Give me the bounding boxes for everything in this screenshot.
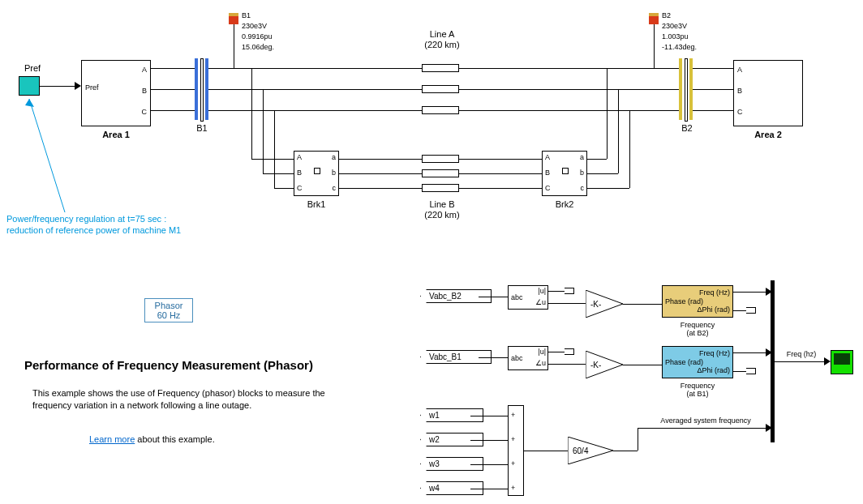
phasor-l1: Phasor: [145, 301, 192, 310]
bus-b2[interactable]: [679, 58, 682, 120]
wire: [587, 188, 629, 189]
wire: [234, 24, 234, 68]
wire: [459, 159, 542, 160]
svg-text:60/4: 60/4: [573, 446, 589, 455]
b1-scope-icon[interactable]: [229, 13, 238, 24]
learn-more-row: Learn more about this example.: [89, 434, 215, 444]
lineA-seg1[interactable]: [422, 64, 459, 72]
wire: [607, 68, 608, 159]
avg-freq-label: Averaged system frequency: [649, 416, 762, 425]
wire: [459, 188, 542, 189]
lineA-km: (220 km): [397, 40, 487, 49]
freq-b2-label: Frequency (at B2): [662, 321, 733, 337]
arrow-into-area1: [75, 82, 81, 90]
wire: [587, 159, 607, 160]
wire: [339, 173, 422, 174]
wire: [618, 89, 619, 173]
wire: [339, 188, 422, 189]
freq-block-b1[interactable]: Phase (rad) Freq (Hz) ΔPhi (rad): [662, 346, 733, 378]
pref-block[interactable]: [19, 76, 40, 96]
freq-b1-label: Frequency (at B1): [662, 382, 733, 398]
lineB-seg1[interactable]: [422, 155, 459, 163]
annotation-arrow: [24, 96, 73, 214]
wire: [274, 188, 294, 189]
wire: [629, 110, 630, 188]
b1-name: B1: [242, 11, 251, 19]
scope-block[interactable]: [831, 350, 853, 374]
b2-scope-icon[interactable]: [649, 13, 659, 24]
area2-port-a: A: [737, 66, 742, 74]
area1-block[interactable]: Pref A B C: [81, 60, 151, 126]
sum-block[interactable]: + + + +: [508, 405, 524, 496]
freq-out-label: Freq (hz): [777, 350, 826, 358]
brk2-block[interactable]: A B C a b c: [542, 151, 587, 196]
brk1-block[interactable]: A B C a b c: [294, 151, 339, 196]
area1-port-c: C: [142, 108, 148, 116]
learn-more-suffix: about this example.: [135, 434, 214, 444]
area1-label: Area 1: [81, 130, 151, 139]
bus-b1-mid: [200, 58, 204, 122]
wire: [654, 24, 655, 68]
bus-b1[interactable]: [195, 58, 198, 120]
page-description: This example shows the use of Frequency …: [32, 387, 357, 412]
wire: [263, 89, 264, 173]
area1-port-a: A: [142, 66, 147, 74]
terminator-3[interactable]: [565, 348, 574, 355]
b2-deg: -11.43deg.: [662, 43, 697, 51]
wire: [339, 159, 422, 160]
svg-line-0: [29, 99, 65, 212]
pref-label: Pref: [16, 63, 49, 73]
lineB-seg2[interactable]: [422, 169, 459, 177]
wire: [693, 110, 733, 111]
diagram-canvas: Pref Pref A B C Area 1 B1 B1 230e3V 0.99…: [0, 0, 863, 504]
lineA-seg2[interactable]: [422, 85, 459, 93]
b2-name: B2: [662, 11, 671, 19]
freq-block-b2[interactable]: Phase (rad) Freq (Hz) ΔPhi (rad): [662, 285, 733, 318]
gain-k-2[interactable]: -K-: [586, 351, 623, 378]
wire: [459, 173, 542, 174]
lineB-name: Line B: [397, 199, 487, 209]
gain-k-1[interactable]: -K-: [586, 290, 623, 318]
wire: [151, 68, 195, 69]
phasor-l2: 60 Hz: [145, 310, 192, 320]
wire: [151, 110, 195, 111]
area1-pref-port: Pref: [85, 83, 99, 92]
wire: [693, 68, 733, 69]
brk2-label: Brk2: [542, 199, 587, 209]
terminator-1[interactable]: [565, 288, 574, 294]
wire: [251, 68, 252, 159]
terminator-2[interactable]: [746, 307, 756, 314]
b1-pu: 0.9916pu: [242, 32, 273, 41]
wire: [40, 86, 75, 87]
svg-marker-1: [25, 99, 34, 107]
svg-text:-K-: -K-: [590, 300, 601, 309]
abc-block-2[interactable]: abc |u| ∠u: [508, 346, 548, 370]
svg-text:-K-: -K-: [590, 361, 601, 369]
annotation-line2: reduction of reference power of machine …: [6, 225, 234, 235]
b1-v: 230e3V: [242, 22, 267, 30]
terminator-4[interactable]: [746, 368, 756, 374]
annotation-line1: Power/frequency regulation at t=75 sec :: [6, 214, 234, 224]
learn-more-link[interactable]: Learn more: [89, 434, 135, 444]
lineB-seg3[interactable]: [422, 184, 459, 192]
lineA-seg3[interactable]: [422, 106, 459, 114]
wire: [151, 89, 195, 90]
wire: [587, 173, 618, 174]
bus-b2-label: B2: [673, 123, 701, 133]
abc-block-1[interactable]: abc |u| ∠u: [508, 285, 548, 310]
gain-60-4[interactable]: 60/4: [568, 437, 613, 464]
area2-block[interactable]: A B C: [733, 60, 803, 126]
area2-port-b: B: [737, 87, 742, 95]
b1-deg: 15.06deg.: [242, 43, 274, 51]
area2-port-c: C: [737, 108, 743, 116]
lineA-name: Line A: [397, 29, 487, 39]
wire: [263, 173, 294, 174]
area1-port-b: B: [142, 87, 147, 95]
b2-pu: 1.003pu: [662, 32, 689, 41]
brk1-label: Brk1: [294, 199, 339, 209]
page-title: Performance of Frequency Measurement (Ph…: [24, 358, 381, 372]
powergui-block[interactable]: Phasor 60 Hz: [144, 298, 193, 322]
bus-b2-mid: [685, 58, 688, 122]
wire: [693, 89, 733, 90]
bus-b1-label: B1: [188, 123, 216, 133]
